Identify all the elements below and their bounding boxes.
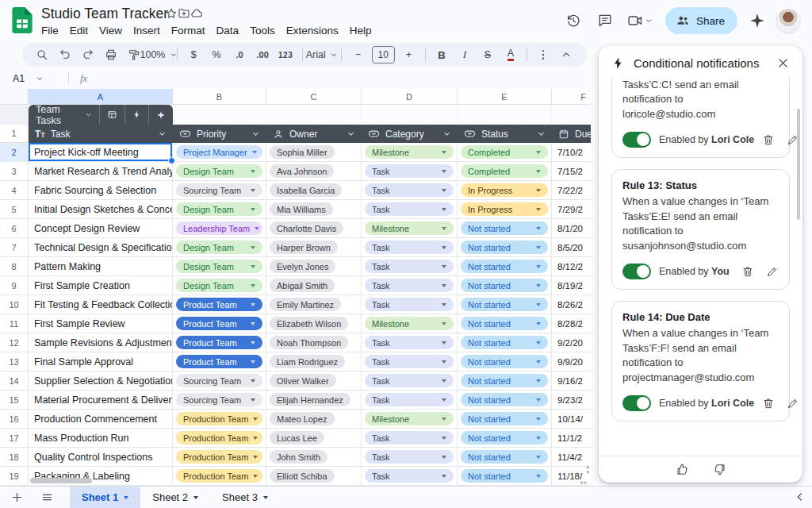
cell-due-date[interactable]: 8/19/2 (552, 276, 591, 295)
cell-due-date[interactable]: 11/4/2 (552, 448, 591, 467)
chevron-down-icon[interactable] (158, 129, 167, 138)
sheet-tab-sheet-1[interactable]: Sheet 1 (70, 487, 140, 508)
cell-priority[interactable]: Design Team (173, 238, 266, 257)
more-formats-button[interactable]: 123 (275, 45, 297, 64)
priority-pill[interactable]: Production Team (176, 469, 262, 483)
cell-status[interactable]: Not started (458, 314, 552, 333)
cell-task[interactable]: Material Procurement & Delivery (29, 391, 173, 410)
cell-task[interactable]: Pattern Making (29, 257, 173, 276)
priority-pill[interactable]: Design Team (176, 279, 262, 292)
status-pill[interactable]: Not started (461, 374, 548, 387)
cell-category[interactable]: Milestone (362, 143, 458, 162)
cell-due-date[interactable]: 8/26/2 (552, 295, 591, 314)
owner-pill[interactable]: Noah Thompson (270, 336, 348, 349)
select-all-corner[interactable] (0, 89, 29, 104)
menu-view[interactable]: View (94, 23, 128, 38)
cell-category[interactable]: Task (362, 448, 458, 467)
cell-priority[interactable]: Design Team (173, 162, 266, 181)
cell-task[interactable]: Fit Testing & Feedback Collection (29, 295, 173, 314)
horizontal-scroll-arrows[interactable]: ◂▸ (580, 479, 588, 486)
document-title[interactable]: Studio Team Tracker (41, 6, 168, 22)
panel-scrollbar-thumb[interactable] (797, 109, 800, 220)
priority-pill[interactable]: Product Team (176, 355, 262, 368)
priority-pill[interactable]: Production Team (176, 412, 262, 425)
cell-priority[interactable]: Product Team (173, 295, 266, 314)
cell-owner[interactable]: Oliver Walker (266, 371, 362, 391)
owner-pill[interactable]: Abigail Smith (270, 279, 335, 292)
cell-status[interactable]: Not started (458, 276, 552, 295)
status-pill[interactable]: Not started (461, 412, 548, 425)
column-header-E[interactable]: E (458, 89, 552, 104)
cell-status[interactable]: In Progress (458, 181, 552, 200)
column-header-F[interactable]: F (552, 89, 591, 104)
status-pill[interactable]: Not started (461, 355, 548, 368)
category-pill[interactable]: Task (365, 393, 454, 406)
comment-icon[interactable] (591, 7, 619, 34)
cell-priority[interactable]: Production Team (173, 429, 266, 448)
owner-pill[interactable]: Mia Williams (270, 202, 333, 216)
category-pill[interactable]: Task (365, 279, 454, 292)
row-header-16[interactable]: 16 (0, 410, 29, 429)
chevron-down-icon[interactable] (251, 129, 260, 138)
status-pill[interactable]: Completed (461, 145, 548, 159)
search-button[interactable] (31, 45, 52, 64)
owner-pill[interactable]: Charlotte Davis (270, 221, 343, 235)
cell-priority[interactable]: Project Manager (173, 143, 266, 162)
edit-rule-icon[interactable] (787, 397, 799, 410)
vertical-scroll-arrows[interactable]: ▴▾ (586, 464, 589, 475)
cell-status[interactable]: Not started (458, 391, 552, 410)
cell-due-date[interactable]: 9/16/2 (552, 371, 591, 391)
category-pill[interactable]: Task (365, 469, 454, 483)
cell-due-date[interactable]: 7/29/2 (552, 200, 591, 219)
status-pill[interactable]: In Progress (461, 183, 548, 197)
sheet-tab-menu-icon[interactable] (193, 496, 198, 499)
category-pill[interactable]: Task (365, 202, 454, 216)
category-pill[interactable]: Task (365, 374, 454, 387)
table-sparkle-icon[interactable] (149, 105, 173, 125)
priority-pill[interactable]: Leadership Team (176, 221, 262, 235)
cell-status[interactable]: Not started (458, 429, 552, 448)
status-pill[interactable]: Not started (461, 317, 548, 330)
horizontal-scrollbar-thumb[interactable] (30, 478, 92, 483)
print-button[interactable] (100, 45, 121, 64)
cell-due-date[interactable]: 8/28/2 (552, 314, 591, 333)
category-pill[interactable]: Task (365, 164, 454, 178)
menu-data[interactable]: Data (211, 23, 245, 38)
cell-category[interactable]: Task (362, 371, 458, 391)
percent-format-button[interactable]: % (206, 45, 228, 64)
category-pill[interactable]: Task (365, 336, 454, 349)
cell-owner[interactable]: Isabella Garcia (266, 181, 362, 200)
cell-category[interactable]: Task (362, 200, 458, 219)
cell-owner[interactable]: Emily Martinez (266, 295, 362, 314)
row-header-2[interactable]: 2 (0, 143, 29, 162)
owner-pill[interactable]: Harper Brown (270, 241, 338, 254)
cell-due-date[interactable]: 7/22/2 (552, 181, 591, 200)
cell-owner[interactable]: Sophia Miller (266, 143, 362, 162)
cell-owner[interactable]: Elliott Schiba (266, 467, 362, 486)
row-header-19[interactable]: 19 (0, 467, 29, 486)
row-header-6[interactable]: 6 (0, 219, 29, 238)
cell-category[interactable]: Task (362, 181, 458, 200)
owner-pill[interactable]: Isabella Garcia (270, 183, 342, 197)
cell-task[interactable]: Quality Control Inspections (29, 448, 173, 467)
owner-pill[interactable]: Elliott Schiba (270, 469, 335, 483)
column-header-D[interactable]: D (362, 89, 458, 104)
video-camera-icon[interactable] (622, 13, 657, 29)
font-select[interactable]: Arial (308, 45, 335, 64)
sheets-logo-icon[interactable] (12, 7, 33, 33)
cell-owner[interactable]: Mateo Lopez (266, 410, 362, 429)
cell-task[interactable]: Market Research & Trend Analysis (29, 162, 173, 181)
cell-task[interactable]: Fabric Sourcing & Selection (29, 181, 173, 200)
cell-due-date[interactable]: 8/12/2 (552, 257, 591, 276)
cell-task[interactable]: Final Sample Approval (29, 352, 173, 371)
row-header-1[interactable]: 1 (0, 125, 29, 143)
column-header-C[interactable]: C (266, 89, 362, 104)
decrease-font-size-button[interactable]: − (347, 45, 369, 64)
status-pill[interactable]: Not started (461, 260, 548, 273)
owner-pill[interactable]: Oliver Walker (270, 374, 336, 387)
cell-status[interactable]: Not started (458, 238, 552, 257)
table-view-icon[interactable] (100, 105, 125, 125)
cell-owner[interactable]: John Smith (266, 448, 362, 467)
star-icon[interactable] (165, 6, 178, 21)
cell-task[interactable]: Sample Revisions & Adjustments (29, 333, 173, 352)
